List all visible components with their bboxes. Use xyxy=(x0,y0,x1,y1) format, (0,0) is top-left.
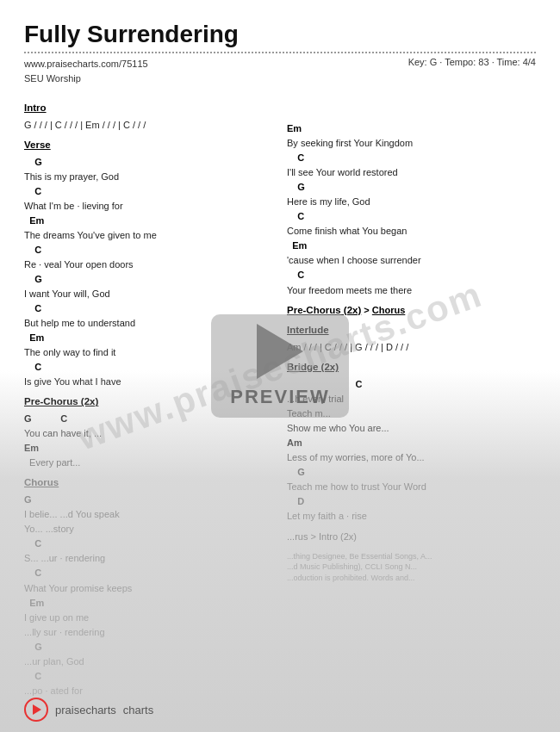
subtitle-left: www.praisecharts.com/75115 SEU Worship xyxy=(24,57,148,85)
ch8-lyric: ...po · ated for xyxy=(24,684,273,698)
ch8-chord: C xyxy=(24,669,273,684)
ch1-chord: G xyxy=(24,493,273,507)
v4-lyric: Re · veal Your open doors xyxy=(24,257,273,272)
chorus-intro-ref-text: ...rus > Intro (2x) xyxy=(287,531,357,542)
ch3-lyric: S... ...ur · rendering xyxy=(24,551,273,566)
ch2-lyric: Yo... ...story xyxy=(24,522,273,537)
key-tempo-time: Key: G · Tempo: 83 · Time: 4/4 xyxy=(408,57,536,67)
preview-label: PREVIEW xyxy=(230,386,329,408)
rc3-lyric: Here is my life, God xyxy=(287,195,536,209)
page: Fully Surrendering www.praisecharts.com/… xyxy=(0,0,560,732)
ch5-chord: Em xyxy=(24,596,273,611)
rc1-chord: Em xyxy=(287,121,536,136)
copyright: ...thing Designee, Be Essential Songs, A… xyxy=(287,551,536,584)
rc4-lyric: Come finish what You began xyxy=(287,224,536,239)
pre-chorus-ref-label: Pre-Chorus (2x) xyxy=(287,305,361,315)
logo-play-icon xyxy=(33,704,41,715)
ch6-lyric: ...lly sur · rendering xyxy=(24,625,273,640)
author: SEU Worship xyxy=(24,71,148,86)
rc5-chord: Em xyxy=(287,239,536,253)
br5-chord: G xyxy=(287,465,536,480)
br6-chord: D xyxy=(287,494,536,509)
subtitle-row: www.praisecharts.com/75115 SEU Worship K… xyxy=(24,57,536,85)
chorus-label: Chorus xyxy=(24,475,273,491)
br6-lyric: Let my faith a · rise xyxy=(287,509,536,524)
br3-lyric: Show me who You are... xyxy=(287,421,536,436)
v5-chord: G xyxy=(24,272,273,287)
ch1-lyric: I belie... ...d You speak xyxy=(24,507,273,522)
ch3-chord: C xyxy=(24,537,273,551)
rc6-chord: C xyxy=(287,268,536,282)
right-verse-continuation: Em By seeking first Your Kingdom C I'll … xyxy=(287,121,536,298)
v5-lyric: I want Your will, God xyxy=(24,287,273,301)
page-title: Fully Surrendering xyxy=(24,21,536,48)
br5-lyric: Teach me how to trust Your Word xyxy=(287,480,536,494)
rc5-lyric: 'cause when I choose surrender xyxy=(287,253,536,268)
v1-lyric: This is my prayer, God xyxy=(24,170,273,184)
ch4-lyric: What Your promise keeps xyxy=(24,581,273,596)
logo-icon[interactable] xyxy=(24,698,48,722)
v2-chord: C xyxy=(24,184,273,199)
intro-label: Intro xyxy=(24,101,273,116)
chorus-intro-ref: ...rus > Intro (2x) xyxy=(287,530,536,544)
br4-lyric: Less of my worries, more of Yo... xyxy=(287,450,536,465)
v1-chord: G xyxy=(24,155,273,170)
intro-chords: G / / / | C / / / | Em / / / | C / / / xyxy=(24,118,273,133)
divider xyxy=(24,52,536,53)
verse-label: Verse xyxy=(24,138,273,153)
v3-chord: Em xyxy=(24,214,273,228)
ch4-chord: C xyxy=(24,566,273,580)
rc3-chord: G xyxy=(287,180,536,195)
play-triangle-icon xyxy=(257,324,303,379)
ch7-lyric: ...ur plan, God xyxy=(24,654,273,669)
br4-chord: Am xyxy=(287,436,536,450)
ch5-lyric: I give up on me xyxy=(24,611,273,625)
v3-lyric: The dreams You've given to me xyxy=(24,228,273,243)
rc4-chord: C xyxy=(287,209,536,224)
pc2-chord: Em xyxy=(24,441,273,456)
v4-chord: C xyxy=(24,243,273,257)
chorus-lines: G I belie... ...d You speak Yo... ...sto… xyxy=(24,493,273,698)
footer: praisecharts charts xyxy=(24,698,536,722)
v2-lyric: What I'm be · lieving for xyxy=(24,199,273,214)
footer-site: praisecharts xyxy=(55,704,116,716)
footer-domain: charts xyxy=(123,704,153,716)
url: www.praisecharts.com/75115 xyxy=(24,57,148,71)
rc2-chord: C xyxy=(287,151,536,165)
rc2-lyric: I'll see Your world restored xyxy=(287,165,536,180)
ch7-chord: G xyxy=(24,640,273,654)
pc2-lyric: Every part... xyxy=(24,456,273,470)
preview-play-button[interactable]: PREVIEW xyxy=(211,314,349,418)
rc1-lyric: By seeking first Your Kingdom xyxy=(287,136,536,151)
